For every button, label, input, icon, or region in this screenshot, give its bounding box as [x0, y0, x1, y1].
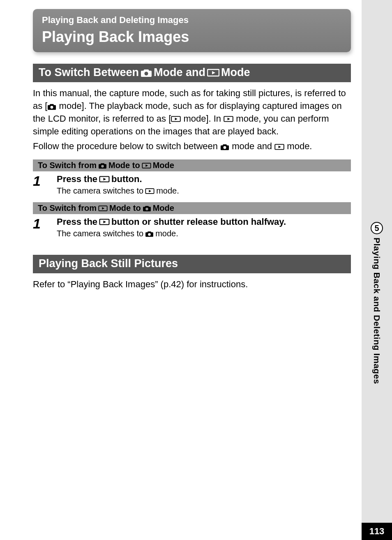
result-text: The camera switches to: [57, 229, 143, 238]
playback-icon: [98, 205, 108, 212]
subheading-camera-to-playback: To Switch from Mode to Mode: [33, 159, 351, 171]
svg-point-12: [145, 208, 148, 210]
heading-text: To Switch Between: [39, 66, 139, 79]
svg-point-0: [145, 72, 148, 75]
playback-icon: [224, 115, 233, 122]
manual-page: 5 Playing Back and Deleting Images 113 P…: [0, 0, 392, 540]
camera-icon: [141, 68, 152, 77]
subheading-text: Mode to: [108, 161, 140, 170]
subheading-text: Mode: [153, 203, 174, 213]
para-text: mode.: [284, 141, 312, 151]
follow-paragraph: Follow the procedure below to switch bet…: [33, 140, 351, 153]
heading-text: Playing Back Still Pictures: [39, 257, 178, 270]
chapter-number-badge: 5: [371, 222, 383, 234]
step-row: 1 Press the button or shutter release bu…: [33, 217, 351, 238]
result-text: mode.: [155, 229, 178, 238]
title-eyebrow: Playing Back and Deleting Images: [42, 15, 342, 25]
instr-text: Press the: [57, 217, 97, 227]
section-heading-switch-modes: To Switch Between Mode and Mode: [33, 64, 351, 82]
svg-point-7: [101, 165, 104, 168]
playback-icon: [274, 143, 284, 150]
page-number: 113: [362, 523, 392, 540]
chapter-tab: 5 Playing Back and Deleting Images: [371, 222, 383, 384]
playback-icon: [145, 188, 154, 194]
chapter-title-vertical: Playing Back and Deleting Images: [372, 238, 382, 384]
step-number: 1: [33, 217, 42, 231]
section2-body: Refer to “Playing Back Images” (p.42) fo…: [33, 278, 351, 291]
title-box: Playing Back and Deleting Images Playing…: [33, 9, 351, 52]
step-instruction: Press the button.: [57, 174, 351, 185]
para-text: mode and: [229, 141, 274, 151]
svg-point-14: [148, 233, 151, 236]
svg-point-2: [51, 106, 53, 108]
camera-icon: [220, 143, 229, 150]
instr-text: button or shutter release button halfway…: [111, 217, 286, 227]
camera-icon: [98, 162, 107, 169]
subheading-text: Mode to: [109, 203, 141, 213]
subheading-text: Mode: [153, 161, 174, 170]
step-row: 1 Press the button. The camera switches …: [33, 174, 351, 196]
step-instruction: Press the button or shutter release butt…: [57, 217, 351, 227]
playback-icon: [99, 218, 110, 226]
playback-icon: [99, 175, 110, 183]
step-body: Press the button or shutter release butt…: [57, 217, 351, 238]
para-text: Follow the procedure below to switch bet…: [33, 141, 220, 151]
result-text: The camera switches to: [57, 186, 143, 196]
right-margin-bar: 5 Playing Back and Deleting Images 113: [362, 0, 392, 540]
camera-icon: [143, 205, 151, 212]
step-body: Press the button. The camera switches to…: [57, 174, 351, 196]
subheading-text: To Switch from: [38, 203, 97, 213]
instr-text: Press the: [57, 174, 97, 185]
subheading-text: To Switch from: [38, 161, 97, 170]
playback-icon: [207, 68, 219, 77]
camera-icon: [145, 231, 154, 237]
para-text: mode]. In: [181, 113, 224, 124]
step-number: 1: [33, 174, 42, 188]
step-result: The camera switches to mode.: [57, 186, 351, 196]
svg-point-5: [224, 146, 226, 149]
heading-text: Mode and: [154, 66, 205, 79]
page-title: Playing Back Images: [42, 28, 342, 46]
playback-icon: [142, 162, 151, 169]
result-text: mode.: [156, 186, 179, 196]
page-content: Playing Back and Deleting Images Playing…: [33, 9, 351, 293]
camera-icon: [47, 103, 56, 110]
subheading-playback-to-camera: To Switch from Mode to Mode: [33, 202, 351, 214]
instr-text: button.: [111, 174, 142, 185]
intro-paragraph: In this manual, the capture mode, such a…: [33, 87, 351, 138]
step-result: The camera switches to mode.: [57, 229, 351, 238]
section-heading-still-pictures: Playing Back Still Pictures: [33, 255, 351, 273]
playback-icon: [171, 115, 181, 122]
heading-text: Mode: [221, 66, 250, 79]
